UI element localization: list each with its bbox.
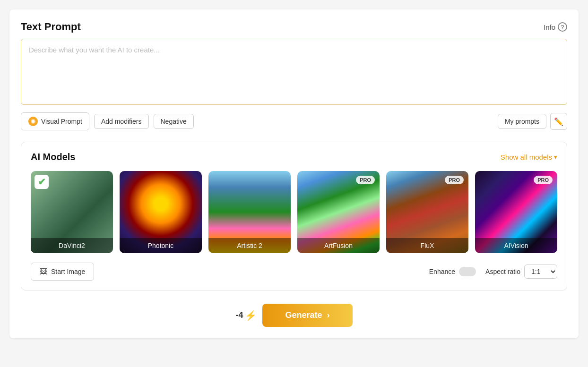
negative-label: Negative [161, 118, 187, 125]
title-row: Text Prompt Info ? [21, 21, 567, 33]
toolbar-right: My prompts ✏️ [498, 113, 567, 130]
enhance-label: Enhance [429, 268, 455, 275]
model-card-photonic[interactable]: Photonic [120, 171, 202, 253]
negative-button[interactable]: Negative [154, 114, 194, 129]
pro-badge: PRO [445, 176, 464, 184]
model-card-label: DaVinci2 [31, 238, 113, 253]
models-title: AI Models [31, 152, 75, 162]
visual-prompt-label: Visual Prompt [41, 118, 82, 125]
start-image-button[interactable]: 🖼 Start Image [31, 263, 94, 281]
bottom-toolbar: 🖼 Start Image Enhance Aspect ratio 1:116… [31, 263, 557, 281]
enhance-toggle[interactable] [459, 267, 476, 276]
model-card-davinci2[interactable]: ✔DaVinci2 [31, 171, 113, 253]
toolbar-left: Visual Prompt Add modifiers Negative [21, 112, 194, 130]
model-card-aivision[interactable]: PROAIVision [475, 171, 557, 253]
chevron-down-icon: ▾ [554, 154, 557, 161]
generate-row: -4 ⚡ Generate › [21, 304, 567, 327]
pro-badge: PRO [534, 176, 553, 184]
models-grid: ✔DaVinci2PhotonicArtistic 2PROArtFusionP… [31, 171, 557, 253]
visual-prompt-button[interactable]: Visual Prompt [21, 112, 89, 130]
image-icon: 🖼 [40, 267, 47, 276]
model-card-label: FluX [386, 238, 468, 253]
aspect-row: Aspect ratio 1:116:99:164:33:4 [485, 265, 557, 279]
edit-button[interactable]: ✏️ [550, 113, 567, 130]
info-button[interactable]: Info ? [544, 22, 567, 32]
credits-display: -4 ⚡ [235, 310, 257, 321]
my-prompts-button[interactable]: My prompts [498, 114, 546, 129]
generate-label: Generate [285, 310, 322, 320]
model-card-label: Artistic 2 [208, 238, 291, 253]
info-label: Info [544, 23, 555, 31]
right-controls: Enhance Aspect ratio 1:116:99:164:33:4 [429, 265, 557, 279]
pro-badge: PRO [356, 176, 375, 184]
model-card-artistic2[interactable]: Artistic 2 [208, 171, 291, 253]
add-modifiers-label: Add modifiers [101, 118, 142, 125]
bolt-icon: ⚡ [245, 310, 257, 321]
page-title: Text Prompt [21, 21, 81, 33]
arrow-right-icon: › [327, 310, 330, 320]
model-card-artfusion[interactable]: PROArtFusion [297, 171, 380, 253]
model-card-label: Photonic [120, 238, 202, 253]
model-card-label: ArtFusion [297, 238, 380, 253]
start-image-label: Start Image [51, 268, 85, 275]
generate-button[interactable]: Generate › [262, 304, 352, 327]
add-modifiers-button[interactable]: Add modifiers [94, 114, 149, 129]
models-section: AI Models Show all models ▾ ✔DaVinci2Pho… [21, 142, 567, 290]
show-all-label: Show all models [501, 153, 552, 161]
svg-point-2 [32, 120, 35, 123]
model-card-label: AIVision [475, 238, 557, 253]
main-container: Text Prompt Info ? Visual Prompt Add mod… [9, 9, 579, 338]
info-icon: ? [558, 22, 567, 32]
visual-prompt-icon [28, 116, 38, 127]
credits-value: -4 [235, 310, 243, 320]
pencil-icon: ✏️ [554, 117, 563, 126]
model-card-flux[interactable]: PROFluX [386, 171, 468, 253]
aspect-ratio-select[interactable]: 1:116:99:164:33:4 [524, 265, 557, 279]
prompt-textarea[interactable] [21, 39, 567, 105]
models-header: AI Models Show all models ▾ [31, 152, 557, 162]
show-all-models-button[interactable]: Show all models ▾ [501, 153, 557, 161]
enhance-row: Enhance [429, 267, 476, 276]
toolbar-row: Visual Prompt Add modifiers Negative My … [21, 112, 567, 130]
my-prompts-label: My prompts [505, 118, 539, 125]
check-icon: ✔ [38, 176, 46, 188]
selected-overlay: ✔ [35, 175, 49, 189]
aspect-ratio-label: Aspect ratio [485, 268, 520, 275]
